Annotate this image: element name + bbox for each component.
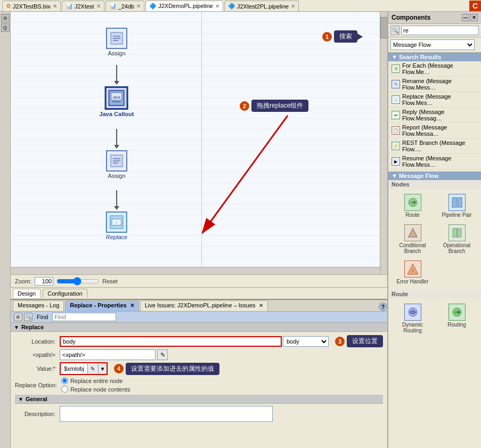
xpath-input[interactable] <box>60 349 156 360</box>
node-card-error-handler[interactable]: ! Error Handler <box>392 258 434 287</box>
tab-24db[interactable]: 📊 _24db ✕ <box>105 1 145 11</box>
result-report[interactable]: 📋 Report (Message Flow.Messa… <box>388 123 481 139</box>
location-input-wrapper: body header attachments <box>60 336 329 347</box>
canvas-scrollbar-v[interactable] <box>380 12 387 274</box>
operational-branch-icon <box>449 224 466 241</box>
resume-icon: ▶ <box>392 157 400 166</box>
callout-search: 1 搜索 <box>322 30 357 43</box>
node-assign2[interactable]: Assign <box>106 150 127 179</box>
search-results-list: ∀ For Each (Message Flow.Me… ✎ Rename (M… <box>388 61 481 169</box>
routing-icon <box>449 304 466 321</box>
operational-branch-label: Operational Branch <box>438 242 476 254</box>
result-rename[interactable]: ✎ Rename (Message Flow.Mess… <box>388 77 481 92</box>
c-button[interactable]: C <box>469 1 481 11</box>
props-toolbar: ⊘ 🔍 Find <box>11 312 387 323</box>
description-input[interactable] <box>60 406 273 422</box>
arrow-1-2 <box>114 65 119 85</box>
sidebar-btn-1[interactable]: ⊘ <box>1 14 10 22</box>
node-card-route[interactable]: Route <box>392 192 434 220</box>
result-reply-label: Reply (Message Flow.Messag… <box>402 109 478 121</box>
radio-entire-node[interactable] <box>61 377 68 384</box>
svg-text:↕: ↕ <box>116 221 118 224</box>
section-collapse-toggle[interactable]: ▼ <box>14 324 19 330</box>
result-foreach[interactable]: ∀ For Each (Message Flow.Me… <box>388 61 481 77</box>
rename-icon: ✎ <box>392 80 400 88</box>
tab-label-j2xtestbs: J2XTestBS.bix <box>13 3 51 10</box>
tab-label-24db: _24db <box>118 3 135 10</box>
general-section-header: ▼ General <box>15 395 383 404</box>
props-icon-cancel[interactable]: ⊘ <box>14 313 22 321</box>
nodes-sub-header: Nodes <box>388 180 481 189</box>
panel-close-btn[interactable]: ✕ <box>470 14 478 21</box>
zoom-slider[interactable] <box>56 278 99 285</box>
replace-option-label: Replace Option: <box>15 382 59 388</box>
right-panel: Components — ✕ 🔍 Message Flow Pipeline P… <box>388 12 481 448</box>
help-button[interactable]: ? <box>379 303 387 311</box>
tab-close-24db[interactable]: ✕ <box>136 3 141 9</box>
callout-drag-text: 拖拽replace组件 <box>257 102 303 109</box>
tab-j2xdemopl[interactable]: 🔷 J2XDemoPL.pipeline ✕ <box>145 1 223 11</box>
replace-options: Replace entire node Replace node content… <box>61 377 131 393</box>
node-card-operational-branch[interactable]: Operational Branch <box>436 222 478 256</box>
result-rest-branch[interactable]: ⚡ REST Branch (Message Flow.… <box>388 139 481 154</box>
tab-close-j2xtest[interactable]: ✕ <box>96 3 101 9</box>
result-resume[interactable]: ▶ Resume (Message Flow.Mess… <box>388 154 481 169</box>
routing-label: Routing <box>447 322 466 328</box>
tab-label-j2xdemopl: J2XDemoPL.pipeline <box>158 3 213 9</box>
replace-section-header: ▼ Replace <box>11 323 387 332</box>
tab-design[interactable]: Design <box>13 289 40 298</box>
tab-j2xtestbs[interactable]: ⚙ J2XTestBS.bix ✕ <box>2 1 61 11</box>
result-reply[interactable]: ↩ Reply (Message Flow.Messag… <box>388 108 481 123</box>
panel-minimize-btn[interactable]: — <box>462 14 469 21</box>
node-assign1[interactable]: Assign <box>106 28 127 56</box>
value-input-wrapper: $xmlobj ✎ ▼ <box>60 362 108 375</box>
message-flow-dropdown[interactable]: Message Flow Pipeline Proxy Service <box>390 39 475 50</box>
sidebar-btn-2[interactable]: Q <box>1 23 10 32</box>
node-card-routing[interactable]: Routing <box>436 302 478 336</box>
location-row: Location: body header attachments 3 <box>15 335 383 347</box>
general-collapse-toggle[interactable]: ▼ <box>18 396 23 402</box>
bottom-tab-issues-close[interactable]: ✕ <box>259 303 263 308</box>
components-search-icon[interactable]: 🔍 <box>390 26 400 35</box>
result-replace[interactable]: ↕ Replace (Message Flow.Mes… <box>388 92 481 108</box>
callout-value: 4 设置需要添加进去的属性的值 <box>114 363 219 375</box>
node-card-dynamic-routing[interactable]: Dynamic Routing <box>392 302 434 336</box>
reset-button[interactable]: Reset <box>102 278 118 284</box>
result-resume-label: Resume (Message Flow.Mess… <box>402 155 478 168</box>
tab-j2xtest[interactable]: 📊 J2Xtest ✕ <box>62 1 104 11</box>
props-icons: ⊘ 🔍 <box>14 313 32 321</box>
option-entire-node-label: Replace entire node <box>70 378 123 384</box>
scrollbar-thumb[interactable] <box>380 17 387 38</box>
panel-header-buttons: — ✕ <box>462 14 478 21</box>
node-replace[interactable]: ↕ Replace <box>106 211 127 240</box>
tab-close-j2xtestbs[interactable]: ✕ <box>53 3 57 9</box>
canvas-scrollbar-h[interactable] <box>11 267 380 274</box>
location-dropdown[interactable]: body header attachments <box>283 336 329 347</box>
bottom-tab-messages[interactable]: Messages - Log <box>13 300 64 311</box>
props-icon-search[interactable]: 🔍 <box>24 313 32 321</box>
value-edit-btn[interactable]: ✎ <box>87 363 98 374</box>
value-dropdown-btn[interactable]: ▼ <box>98 363 107 374</box>
tab-close-j2xdemopl[interactable]: ✕ <box>215 3 219 9</box>
node-javacallout-label: Java Callout <box>100 111 134 117</box>
svg-text:Java: Java <box>113 95 121 99</box>
tab-configuration[interactable]: Configuration <box>43 289 87 298</box>
callout-location: 3 设置位置 <box>335 335 383 347</box>
node-javacallout[interactable]: Java Java Callout <box>100 86 134 117</box>
tab-close-j2xtest2pl[interactable]: ✕ <box>291 3 295 9</box>
components-search-input[interactable] <box>401 26 479 35</box>
node-card-pipeline-pair[interactable]: Pipeline Pair <box>436 192 478 220</box>
bottom-tab-live-issues[interactable]: Live Issues: J2XDemoPL.pipeline – Issues… <box>140 300 268 311</box>
node-card-conditional-branch[interactable]: Conditional Branch <box>392 222 434 256</box>
svg-rect-18 <box>458 198 462 207</box>
props-find-input[interactable] <box>52 313 116 321</box>
location-input[interactable] <box>60 336 282 347</box>
zoom-input[interactable] <box>35 277 53 286</box>
reply-icon: ↩ <box>392 111 400 119</box>
xpath-edit-btn[interactable]: ✎ <box>157 349 168 360</box>
message-flow-dropdown-row: Message Flow Pipeline Proxy Service <box>388 37 481 53</box>
bottom-tab-replace-close[interactable]: ✕ <box>130 303 134 308</box>
radio-node-contents[interactable] <box>61 386 68 393</box>
tab-j2xtest2pl[interactable]: 🔷 J2Xtest2PL.pipeline ✕ <box>224 1 299 11</box>
bottom-tab-replace-props[interactable]: Replace - Properties ✕ <box>65 300 138 311</box>
